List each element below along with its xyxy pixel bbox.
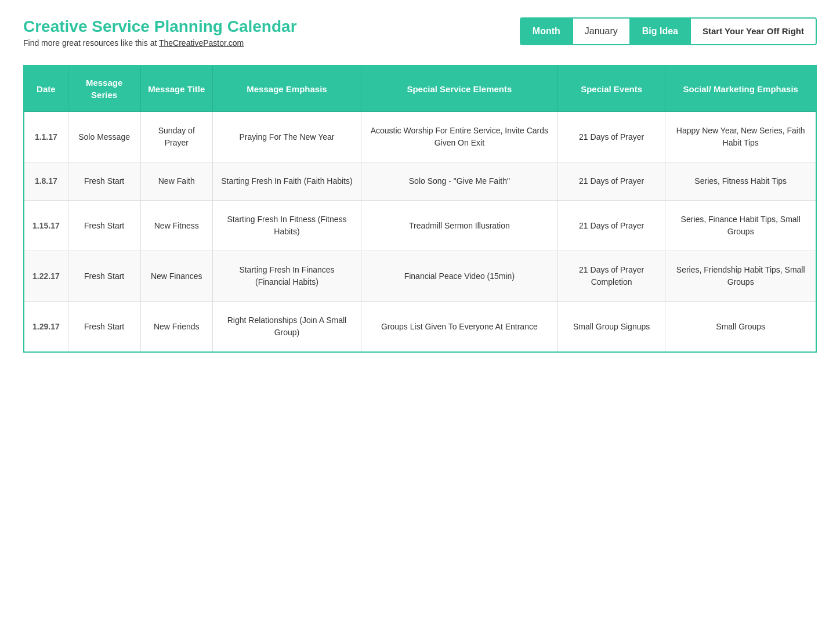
table-row: 1.22.17Fresh StartNew FinancesStarting F…	[24, 251, 816, 302]
planning-table: Date Message Series Message Title Messag…	[23, 65, 817, 353]
table-body: 1.1.17Solo MessageSunday of PrayerPrayin…	[24, 112, 816, 353]
cell-title: New Friends	[140, 302, 213, 353]
cell-service_elements: Acoustic Worship For Entire Service, Inv…	[361, 112, 557, 162]
cell-marketing: Series, Finance Habit Tips, Small Groups	[665, 201, 816, 251]
cell-title: New Finances	[140, 251, 213, 302]
cell-emphasis: Right Relationships (Join A Small Group)	[213, 302, 361, 353]
bigidea-value: Start Your Year Off Right	[691, 19, 816, 44]
cell-date: 1.1.17	[24, 112, 68, 162]
month-label: Month	[521, 19, 572, 44]
col-emphasis: Message Emphasis	[213, 66, 361, 112]
col-marketing: Social/ Marketing Emphasis	[665, 66, 816, 112]
cell-service_elements: Solo Song - "Give Me Faith"	[361, 162, 557, 201]
cell-series: Fresh Start	[68, 201, 140, 251]
cell-special_events: 21 Days of Prayer	[557, 201, 665, 251]
cell-special_events: 21 Days of Prayer	[557, 162, 665, 201]
cell-service_elements: Financial Peace Video (15min)	[361, 251, 557, 302]
cell-series: Fresh Start	[68, 162, 140, 201]
cell-date: 1.22.17	[24, 251, 68, 302]
cell-marketing: Series, Friendship Habit Tips, Small Gro…	[665, 251, 816, 302]
cell-series: Fresh Start	[68, 251, 140, 302]
cell-date: 1.29.17	[24, 302, 68, 353]
cell-emphasis: Starting Fresh In Fitness (Fitness Habit…	[213, 201, 361, 251]
table-header: Date Message Series Message Title Messag…	[24, 66, 816, 112]
table-row: 1.8.17Fresh StartNew FaithStarting Fresh…	[24, 162, 816, 201]
cell-series: Solo Message	[68, 112, 140, 162]
subtitle: Find more great resources like this at T…	[23, 38, 297, 48]
cell-emphasis: Starting Fresh In Finances (Financial Ha…	[213, 251, 361, 302]
cell-emphasis: Starting Fresh In Faith (Faith Habits)	[213, 162, 361, 201]
page-title: Creative Service Planning Calendar	[23, 17, 297, 36]
col-service-elements: Special Service Elements	[361, 66, 557, 112]
cell-date: 1.8.17	[24, 162, 68, 201]
col-date: Date	[24, 66, 68, 112]
cell-marketing: Happy New Year, New Series, Faith Habit …	[665, 112, 816, 162]
cell-title: Sunday of Prayer	[140, 112, 213, 162]
cell-marketing: Series, Fitness Habit Tips	[665, 162, 816, 201]
table-row: 1.1.17Solo MessageSunday of PrayerPrayin…	[24, 112, 816, 162]
header-info-box: Month January Big Idea Start Your Year O…	[520, 17, 817, 45]
cell-marketing: Small Groups	[665, 302, 816, 353]
month-value: January	[573, 19, 629, 44]
cell-series: Fresh Start	[68, 302, 140, 353]
website-link[interactable]: TheCreativePastor.com	[159, 38, 244, 48]
col-series: Message Series	[68, 66, 140, 112]
header-row: Date Message Series Message Title Messag…	[24, 66, 816, 112]
table-row: 1.29.17Fresh StartNew FriendsRight Relat…	[24, 302, 816, 353]
table-row: 1.15.17Fresh StartNew FitnessStarting Fr…	[24, 201, 816, 251]
cell-special_events: 21 Days of Prayer	[557, 112, 665, 162]
cell-special_events: Small Group Signups	[557, 302, 665, 353]
cell-special_events: 21 Days of Prayer Completion	[557, 251, 665, 302]
cell-date: 1.15.17	[24, 201, 68, 251]
col-special-events: Special Events	[557, 66, 665, 112]
header-left: Creative Service Planning Calendar Find …	[23, 17, 297, 48]
bigidea-label: Big Idea	[631, 19, 690, 44]
cell-service_elements: Treadmill Sermon Illusration	[361, 201, 557, 251]
cell-service_elements: Groups List Given To Everyone At Entranc…	[361, 302, 557, 353]
col-title: Message Title	[140, 66, 213, 112]
cell-title: New Fitness	[140, 201, 213, 251]
page-header: Creative Service Planning Calendar Find …	[23, 17, 817, 48]
cell-emphasis: Praying For The New Year	[213, 112, 361, 162]
cell-title: New Faith	[140, 162, 213, 201]
